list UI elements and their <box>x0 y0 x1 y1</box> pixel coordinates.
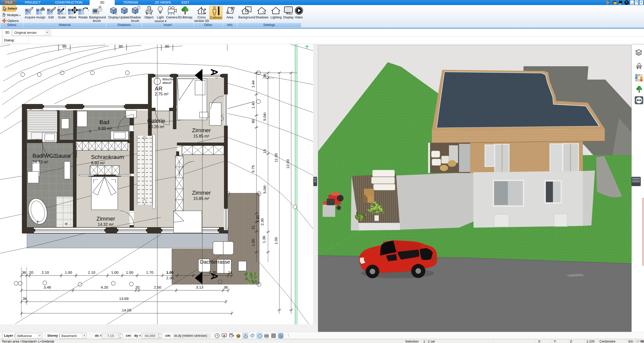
svg-text:80: 80 <box>165 44 169 48</box>
svg-text:20: 20 <box>135 285 140 289</box>
svg-text:Wäsche-: Wäsche- <box>162 78 174 81</box>
svg-text:11.00: 11.00 <box>274 153 278 162</box>
svg-text:2.35: 2.35 <box>209 270 216 275</box>
svg-text:24.73 m²: 24.73 m² <box>32 160 49 164</box>
svg-text:36: 36 <box>262 74 267 78</box>
svg-text:1.36: 1.36 <box>262 236 266 243</box>
svg-text:3.46: 3.46 <box>44 285 51 289</box>
svg-text:Galerie: Galerie <box>147 118 165 124</box>
svg-text:14.05: 14.05 <box>122 308 131 312</box>
svg-text:N: N <box>280 334 282 338</box>
svg-text:36: 36 <box>224 285 228 289</box>
svg-text:24: 24 <box>228 270 232 275</box>
svg-text:15.85 m²: 15.85 m² <box>193 134 209 138</box>
svg-text:?: ? <box>626 1 627 4</box>
svg-text:2.75 m²: 2.75 m² <box>155 92 169 96</box>
svg-text:2.30: 2.30 <box>166 276 173 280</box>
svg-text:14.32 m²: 14.32 m² <box>98 222 114 227</box>
svg-text:Zimmer: Zimmer <box>192 190 211 196</box>
svg-text:2.50: 2.50 <box>154 285 161 289</box>
svg-text:Schrankraum: Schrankraum <box>91 154 124 160</box>
svg-text:2.10: 2.10 <box>42 270 49 275</box>
svg-text:3.13: 3.13 <box>196 285 203 289</box>
svg-text:5.06⁵: 5.06⁵ <box>262 185 267 193</box>
svg-text:36: 36 <box>23 296 27 301</box>
svg-text:13.69: 13.69 <box>119 296 129 301</box>
svg-text:abwurf: abwurf <box>162 81 172 85</box>
svg-text:80: 80 <box>251 119 255 123</box>
svg-text:Zimmer: Zimmer <box>96 216 115 222</box>
svg-text:15.85 m²: 15.85 m² <box>193 196 209 201</box>
svg-text:2.10: 2.10 <box>88 270 95 275</box>
svg-text:?: ? <box>230 7 233 12</box>
svg-text:1.70: 1.70 <box>146 270 153 275</box>
svg-text:80: 80 <box>62 44 67 48</box>
svg-text:1.00: 1.00 <box>126 270 133 275</box>
svg-text:Bad/WC/Sauna: Bad/WC/Sauna <box>32 153 71 159</box>
svg-text:1.40: 1.40 <box>251 101 255 109</box>
svg-text:12.00: 12.00 <box>286 159 290 169</box>
svg-text:2.30: 2.30 <box>260 218 264 225</box>
svg-text:1.00: 1.00 <box>166 270 173 275</box>
svg-text:80: 80 <box>119 44 123 48</box>
svg-text:1.00: 1.00 <box>274 237 278 244</box>
svg-text:1.00: 1.00 <box>65 270 72 275</box>
svg-text:1.44: 1.44 <box>251 80 255 88</box>
svg-text:AR: AR <box>155 85 163 92</box>
svg-text:36: 36 <box>22 270 26 275</box>
svg-text:1.00: 1.00 <box>111 270 118 275</box>
svg-text:1.40: 1.40 <box>255 215 260 222</box>
svg-text:Zimmer: Zimmer <box>192 127 211 133</box>
svg-text:5.75: 5.75 <box>251 165 255 173</box>
svg-text:Bad: Bad <box>99 119 109 125</box>
svg-text:1.00: 1.00 <box>251 239 255 246</box>
svg-text:5.06⁵: 5.06⁵ <box>262 112 267 121</box>
svg-text:20.20 m²: 20.20 m² <box>148 125 165 129</box>
svg-text:8.00 m²: 8.00 m² <box>98 126 112 131</box>
svg-text:21: 21 <box>251 225 255 230</box>
svg-text:15: 15 <box>262 149 267 154</box>
svg-text:8.80 m²: 8.80 m² <box>91 161 105 165</box>
svg-text:A: A <box>209 69 219 76</box>
svg-text:4.20: 4.20 <box>101 285 108 289</box>
svg-text:Dachterrasse: Dachterrasse <box>200 259 230 265</box>
svg-text:20: 20 <box>29 270 33 275</box>
